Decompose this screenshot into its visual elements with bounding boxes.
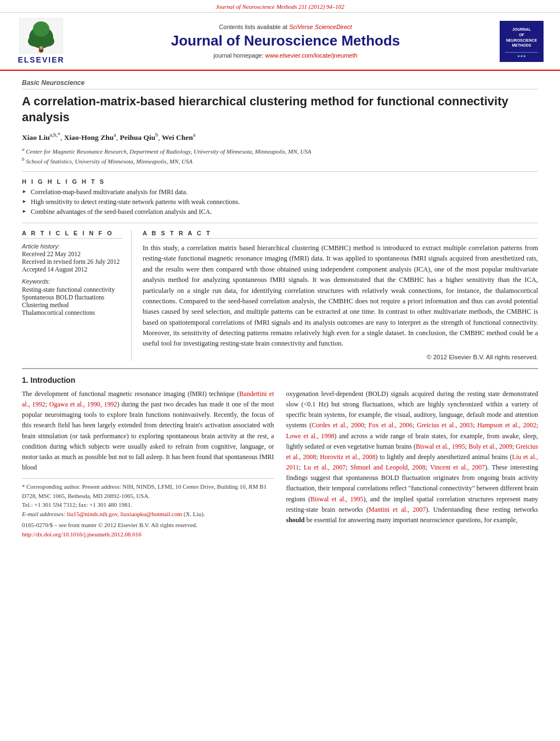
- divider-3: [22, 368, 538, 369]
- keyword-1: Resting-state functional connectivity: [22, 286, 123, 293]
- email-link-1[interactable]: liu15@ninds.nih.gov: [67, 511, 117, 517]
- elsevier-tree-icon: ⌂: [19, 18, 63, 54]
- footnote-tel: Tel.: +1 301 594 7312; fax: +1 301 480 1…: [22, 500, 274, 510]
- homepage-url[interactable]: www.elsevier.com/locate/jneumeth: [265, 52, 358, 59]
- keyword-4: Thalamocortical connections: [22, 309, 123, 316]
- highlight-item-3: Combine advantages of the seed-based cor…: [22, 208, 538, 216]
- keyword-2: Spontaneous BOLD fluctuations: [22, 294, 123, 301]
- journal-homepage: journal homepage: www.elsevier.com/locat…: [82, 52, 489, 59]
- cite-horovitz[interactable]: Horovitz et al., 2008: [320, 453, 375, 461]
- cite-lu[interactable]: Lu et al., 2007: [304, 463, 346, 471]
- affiliation-a: a Center for Magnetic Resonance Research…: [22, 146, 538, 155]
- sciverse-line: Contents lists available at SciVerse Sci…: [82, 24, 489, 30]
- cite-ogawa[interactable]: Ogawa et al., 1990, 1992: [49, 400, 117, 408]
- intro-left-text: The development of functional magnetic r…: [22, 389, 274, 473]
- svg-point-6: [39, 46, 43, 49]
- cite-lowe[interactable]: Lowe et al., 1998: [286, 432, 335, 440]
- article-info-heading: A R T I C L E I N F O: [22, 230, 123, 239]
- article-info-col: A R T I C L E I N F O Article history: R…: [22, 230, 132, 360]
- email-link-2[interactable]: liuxiaopku@hotmail.com: [121, 511, 182, 517]
- cite-mantini[interactable]: Mantini et al., 2007: [369, 506, 426, 513]
- author-zhu: Xiao-Hong Zhu: [64, 133, 114, 142]
- revised-date: Received in revised form 26 July 2012: [22, 258, 123, 265]
- article-abstract-section: A R T I C L E I N F O Article history: R…: [22, 230, 538, 360]
- jnm-logo: JOURNALOFNEUROSCIENCEMETHODS ■ ■ ■: [500, 21, 544, 62]
- highlight-item-1: Correlation-map-based multivariate analy…: [22, 188, 538, 196]
- main-content: Basic Neuroscience A correlation-matrix-…: [0, 71, 560, 550]
- footnote-star: * Corresponding author. Present address:…: [22, 482, 274, 500]
- cite-biswal95[interactable]: Biswal et al., 1995: [416, 443, 465, 450]
- received-date: Received 22 May 2012: [22, 251, 123, 257]
- footnote-email: E-mail addresses: liu15@ninds.nih.gov, l…: [22, 510, 274, 519]
- affiliation-b: b School of Statistics, University of Mi…: [22, 156, 538, 165]
- body-two-col: The development of functional magnetic r…: [22, 389, 538, 539]
- journal-title: Journal of Neuroscience Methods: [82, 32, 489, 49]
- highlight-item-2: High sensitivity to detect resting-state…: [22, 198, 538, 206]
- svg-point-5: [33, 21, 49, 37]
- abstract-col: A B S T R A C T In this study, a correla…: [143, 230, 538, 360]
- jnm-logo-text: JOURNALOFNEUROSCIENCEMETHODS: [504, 25, 539, 50]
- authors-line: Xiao Liua,b,*, Xiao-Hong Zhua, Peihua Qi…: [22, 132, 538, 142]
- svg-text:⌂: ⌂: [40, 51, 42, 54]
- cite-cordes[interactable]: Cordes et al., 2000: [312, 421, 364, 429]
- cite-shmuel[interactable]: Shmuel and Leopold, 2008: [350, 463, 426, 471]
- abstract-text: In this study, a correlation matrix base…: [143, 243, 538, 349]
- body-left-col: The development of functional magnetic r…: [22, 389, 274, 539]
- keywords-label: Keywords:: [22, 278, 123, 285]
- journal-center: Contents lists available at SciVerse Sci…: [71, 24, 500, 58]
- section-tag: Basic Neuroscience: [22, 79, 538, 89]
- cite-boly[interactable]: Boly et al., 2009: [468, 443, 512, 450]
- journal-citation: Journal of Neuroscience Methods 211 (201…: [216, 3, 344, 10]
- copyright-line: © 2012 Elsevier B.V. All rights reserved…: [143, 354, 538, 360]
- body-right-col: oxygenation level-dependent (BOLD) signa…: [286, 389, 539, 539]
- author-qiu: Peihua Qiu: [120, 133, 155, 142]
- doi-link[interactable]: http://dx.doi.org/10.1016/j.jneumeth.201…: [22, 531, 142, 538]
- footnote-area: * Corresponding author. Present address:…: [22, 478, 274, 539]
- history-label: Article history:: [22, 243, 123, 250]
- abstract-heading: A B S T R A C T: [143, 230, 538, 239]
- cite-biswal95-2[interactable]: Biswal et al., 1995: [310, 495, 363, 503]
- cite-fox[interactable]: Fox et al., 2006: [369, 421, 412, 429]
- journal-header: ⌂ ELSEVIER Contents lists available at S…: [0, 13, 560, 71]
- elsevier-label: ELSEVIER: [18, 55, 64, 64]
- keywords-block: Keywords: Resting-state functional conne…: [22, 278, 123, 316]
- footnote-issn: 0165-0270/$ – see front matter © 2012 El…: [22, 521, 274, 530]
- keyword-3: Clustering method: [22, 302, 123, 308]
- page: Journal of Neuroscience Methods 211 (201…: [0, 0, 560, 741]
- highlights-title: H I G H L I G H T S: [22, 178, 538, 185]
- divider-2: [22, 223, 538, 223]
- intro-heading: 1. Introduction: [22, 376, 538, 384]
- sciverse-link[interactable]: SciVerse ScienceDirect: [289, 24, 352, 30]
- author-chen: Wei Chen: [162, 133, 193, 142]
- article-history: Article history: Received 22 May 2012 Re…: [22, 243, 123, 273]
- email-label: E-mail addresses:: [22, 511, 65, 517]
- svg-point-3: [28, 36, 41, 47]
- intro-right-text: oxygenation level-dependent (BOLD) signa…: [286, 389, 539, 525]
- author-xiao-liu: Xiao Liu: [22, 133, 50, 142]
- accepted-date: Accepted 14 August 2012: [22, 266, 123, 273]
- divider-1: [22, 171, 538, 172]
- elsevier-logo-area: ⌂ ELSEVIER: [11, 18, 71, 64]
- journal-top-bar: Journal of Neuroscience Methods 211 (201…: [0, 0, 560, 13]
- highlights-section: H I G H L I G H T S Correlation-map-base…: [22, 178, 538, 216]
- cite-vincent[interactable]: Vincent et al., 2007: [430, 463, 485, 471]
- svg-point-4: [41, 36, 54, 47]
- jnm-logo-area: JOURNALOFNEUROSCIENCEMETHODS ■ ■ ■: [500, 21, 549, 62]
- paper-title: A correlation-matrix-based hierarchical …: [22, 94, 538, 125]
- cite-greicius1[interactable]: Greicius et al., 2003: [417, 421, 473, 429]
- cite-hampson[interactable]: Hampson et al., 2002: [477, 421, 536, 429]
